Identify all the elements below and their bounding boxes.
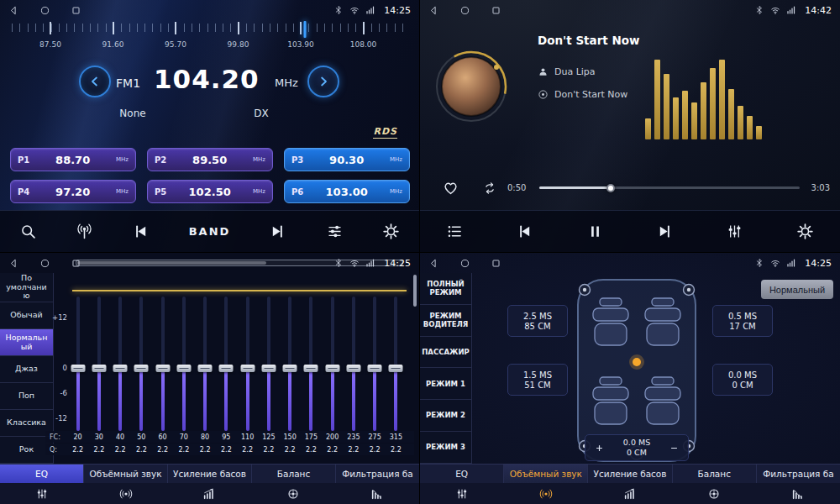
settings-button[interactable] (796, 223, 814, 240)
preset-button-P2[interactable]: P289.50MHz (147, 148, 273, 171)
listening-mode-item[interactable]: РЕЖИМ 2 (420, 400, 471, 432)
equalizer-button[interactable] (726, 223, 743, 240)
eq-band-slider[interactable] (322, 297, 343, 431)
tab-eq-icon-cell[interactable] (0, 483, 84, 504)
preset-button-P5[interactable]: P5102.50MHz (147, 180, 273, 203)
tab-surround-sound[interactable]: Объёмный звук (84, 465, 168, 483)
eq-band-slider[interactable] (110, 297, 131, 431)
eq-slider-handle[interactable] (304, 365, 318, 372)
eq-band-slider[interactable] (173, 297, 194, 431)
tab-balance-icon-cell[interactable] (251, 483, 335, 504)
eq-band-slider[interactable] (216, 297, 237, 431)
tab-filter-icon-cell[interactable] (756, 483, 840, 504)
home-icon[interactable] (459, 258, 470, 269)
frequency-ruler[interactable]: 87.5091.6095.7099.80103.90108.00 (0, 22, 419, 52)
next-station-button[interactable] (269, 223, 286, 240)
tab-filter[interactable]: Фильтрация ба (757, 465, 840, 483)
listening-mode-item[interactable]: ПАССАЖИР (420, 337, 471, 369)
preset-button-P4[interactable]: P497.20MHz (10, 180, 136, 203)
eq-band-slider[interactable] (88, 297, 109, 431)
recents-icon[interactable] (71, 258, 81, 269)
eq-slider-handle[interactable] (325, 365, 339, 372)
tab-bass-boost-icon-cell[interactable] (168, 483, 252, 504)
tab-surround-sound-icon-cell[interactable] (504, 483, 588, 504)
tab-eq[interactable]: EQ (420, 465, 504, 483)
tab-filter[interactable]: Фильтрация ба (336, 465, 419, 483)
eq-slider-handle[interactable] (346, 365, 360, 372)
eq-band-slider[interactable] (152, 297, 173, 431)
tab-eq[interactable]: EQ (0, 465, 84, 483)
preset-button-P6[interactable]: P6103.00MHz (284, 180, 410, 203)
delay-decrease-button[interactable] (665, 438, 684, 457)
delay-front-left[interactable]: 2.5 MS 85 CM (507, 305, 568, 337)
listener-position-dot[interactable] (633, 358, 641, 366)
home-icon[interactable] (459, 5, 470, 16)
eq-vertical-scrollbar[interactable] (413, 275, 417, 307)
eq-band-slider[interactable] (386, 297, 407, 431)
eq-band-slider[interactable] (365, 297, 386, 431)
recents-icon[interactable] (491, 5, 501, 16)
home-icon[interactable] (39, 5, 50, 16)
eq-slider-handle[interactable] (155, 365, 170, 372)
previous-track-button[interactable] (516, 223, 533, 240)
eq-slider-handle[interactable] (92, 365, 106, 372)
playlist-button[interactable] (446, 223, 464, 240)
settings-button[interactable] (382, 223, 400, 240)
tab-bass-boost-icon-cell[interactable] (588, 483, 672, 504)
listening-mode-item[interactable]: РЕЖИМ ВОДИТЕЛЯ (420, 305, 471, 337)
back-icon[interactable] (428, 258, 439, 269)
tab-eq-icon-cell[interactable] (420, 483, 504, 504)
eq-band-slider[interactable] (258, 297, 279, 431)
auto-scan-button[interactable] (76, 223, 93, 240)
eq-slider-handle[interactable] (240, 365, 255, 372)
eq-band-slider[interactable] (280, 297, 301, 431)
eq-band-slider[interactable] (343, 297, 364, 431)
tab-surround-sound-icon-cell[interactable] (84, 483, 168, 504)
seek-up-button[interactable] (307, 66, 339, 97)
preset-button-P1[interactable]: P188.70MHz (10, 148, 136, 171)
eq-slider-handle[interactable] (176, 365, 191, 372)
home-icon[interactable] (39, 258, 50, 269)
seek-down-button[interactable] (79, 66, 111, 97)
listening-mode-item[interactable]: ПОЛНЫЙ РЕЖИМ (420, 273, 471, 305)
back-icon[interactable] (8, 5, 19, 16)
search-button[interactable] (19, 223, 37, 240)
delay-front-right[interactable]: 0.5 MS 17 CM (712, 305, 773, 337)
band-button[interactable]: BAND (189, 225, 231, 238)
tab-filter-icon-cell[interactable] (335, 483, 419, 504)
tab-balance[interactable]: Баланс (252, 465, 336, 483)
tab-bass-boost[interactable]: Усиление басов (588, 465, 672, 483)
sound-profile-button[interactable]: Нормальный (761, 280, 833, 299)
next-track-button[interactable] (656, 223, 674, 240)
eq-slider-handle[interactable] (198, 365, 213, 372)
seek-bar[interactable] (539, 186, 800, 189)
listening-mode-item[interactable]: РЕЖИМ 3 (420, 432, 471, 464)
eq-slider-handle[interactable] (219, 365, 234, 372)
eq-slider-handle[interactable] (113, 365, 128, 372)
eq-band-slider[interactable] (195, 297, 216, 431)
back-icon[interactable] (8, 258, 19, 269)
eq-preset-item[interactable]: Нормальный (0, 329, 53, 356)
eq-slider-handle[interactable] (261, 365, 276, 372)
back-icon[interactable] (428, 5, 439, 16)
repeat-icon[interactable] (482, 181, 497, 196)
preset-button-P3[interactable]: P390.30MHz (284, 148, 410, 171)
delay-increase-button[interactable] (590, 438, 608, 457)
eq-slider-handle[interactable] (134, 365, 149, 372)
seek-bar-knob[interactable] (606, 184, 615, 192)
delay-rear-right[interactable]: 0.0 MS 0 CM (712, 364, 773, 396)
pause-button[interactable] (586, 223, 604, 240)
delay-rear-left[interactable]: 1.5 MS 51 CM (507, 364, 568, 396)
eq-band-slider[interactable] (301, 297, 322, 431)
eq-preset-item[interactable]: По умолчанию (0, 273, 53, 302)
album-art[interactable] (435, 50, 507, 123)
eq-slider-handle[interactable] (389, 365, 403, 372)
eq-band-slider[interactable] (67, 297, 88, 431)
listening-mode-item[interactable]: РЕЖИМ 1 (420, 368, 471, 400)
eq-band-slider[interactable] (131, 297, 152, 431)
eq-slider-handle[interactable] (283, 365, 297, 372)
favorite-icon[interactable] (442, 179, 459, 197)
tune-settings-button[interactable] (326, 223, 344, 240)
tab-surround-sound[interactable]: Объёмный звук (504, 465, 588, 483)
recents-icon[interactable] (71, 5, 81, 16)
